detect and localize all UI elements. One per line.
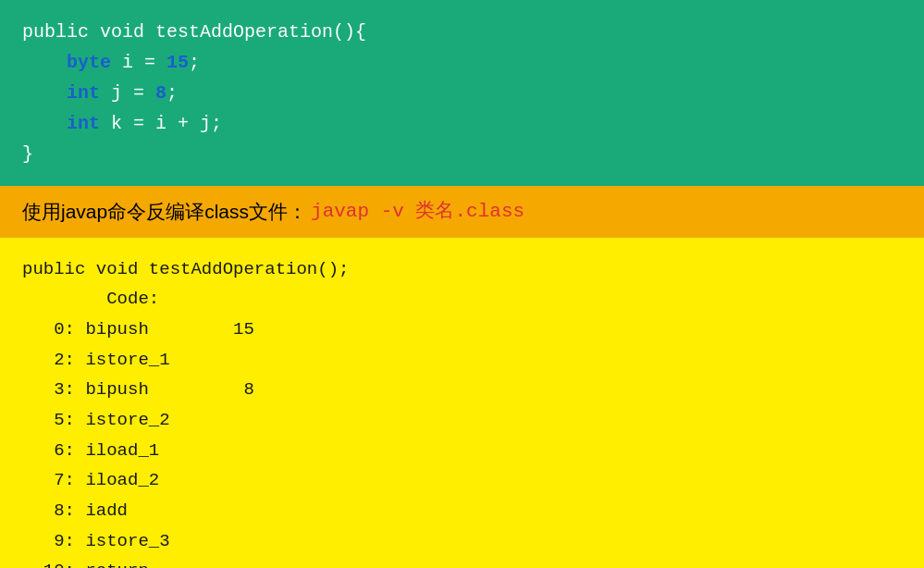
code-line: 3: bipush 8 (22, 375, 902, 405)
banner-text-chinese: 使用javap命令反编译class文件： (22, 197, 307, 227)
code-line: 2: istore_1 (22, 345, 902, 376)
code-line: int k = i + j; (22, 108, 902, 139)
banner-text-command: javap -v 类名.class (311, 197, 524, 227)
code-line: 6: iload_1 (22, 436, 902, 466)
code-line: 7: iload_2 (22, 465, 902, 496)
code-line: } (22, 139, 902, 169)
code-line: Code: (22, 284, 902, 315)
code-line: public void testAddOperation(){ (22, 17, 902, 47)
middle-banner: 使用javap命令反编译class文件： javap -v 类名.class (0, 186, 924, 238)
bottom-code-section: public void testAddOperation(); Code: 0:… (0, 238, 924, 569)
code-line: 10: return (22, 556, 902, 568)
code-line: public void testAddOperation(); (22, 254, 902, 285)
code-line: 5: istore_2 (22, 405, 902, 436)
code-line: 0: bipush 15 (22, 315, 902, 345)
code-line: int j = 8; (22, 78, 902, 108)
code-line: byte i = 15; (22, 47, 902, 78)
top-code-section: public void testAddOperation(){ byte i =… (0, 0, 924, 186)
code-line: 9: istore_3 (22, 526, 902, 557)
code-line: 8: iadd (22, 496, 902, 526)
